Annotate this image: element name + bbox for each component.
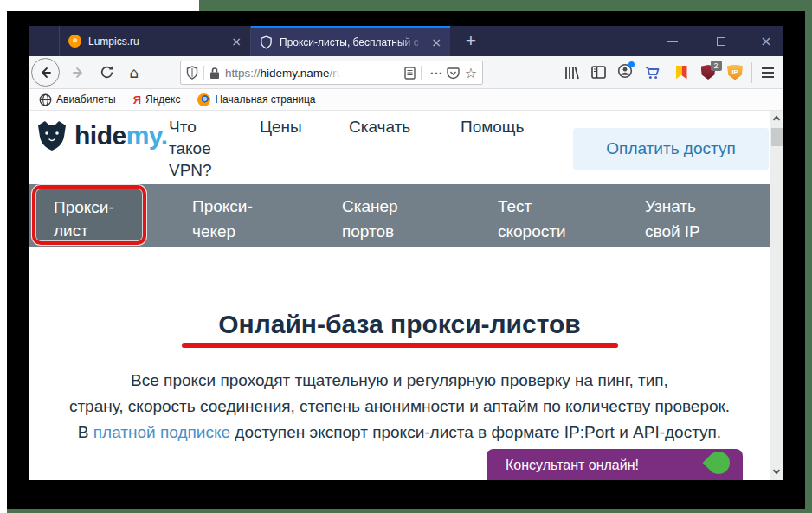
topnav-prices[interactable]: Цены — [260, 116, 302, 138]
paragraph-line: страну, скорость соединения, степень ано… — [29, 394, 770, 420]
minimize-button[interactable] — [654, 26, 692, 56]
minimize-icon — [667, 41, 678, 42]
bookmark-label: Авиабилеты — [56, 93, 116, 106]
lumpics-favicon-icon — [68, 35, 81, 48]
window-frame: Lumpics.ru × Прокси-листы, бесплатный с … — [7, 11, 805, 509]
maximize-button[interactable] — [702, 26, 740, 56]
ip-shield-icon: IP — [727, 65, 743, 80]
ip-extension-button[interactable]: IP — [724, 56, 746, 88]
leaf-icon — [703, 447, 735, 479]
hidemy-fox-icon — [35, 120, 69, 151]
scrollbar-thumb[interactable] — [771, 128, 783, 146]
close-window-button[interactable]: × — [747, 26, 783, 56]
tab-bar: Lumpics.ru × Прокси-листы, бесплатный с … — [29, 26, 783, 56]
new-tab-button[interactable]: + — [459, 29, 483, 53]
menu-button[interactable] — [757, 56, 779, 88]
ribbon-flag-icon — [676, 66, 687, 80]
notification-dot — [628, 61, 635, 67]
pocket-icon[interactable] — [447, 67, 460, 80]
page-margin-topleft — [0, 0, 199, 11]
tab-lumpics[interactable]: Lumpics.ru × — [59, 26, 251, 56]
scroll-down-button[interactable] — [770, 465, 783, 478]
sidebar-icon — [591, 66, 606, 79]
toolbar-separator — [751, 62, 752, 83]
chevron-down-icon — [773, 467, 780, 474]
hidemy-logo[interactable]: hidemy. — [35, 120, 168, 151]
reload-icon — [100, 65, 114, 80]
topnav-what-is-vpn[interactable]: Что такое VPN? — [169, 116, 240, 181]
chat-widget[interactable]: Консультант онлайн! — [487, 449, 743, 480]
close-tab-icon[interactable]: × — [429, 35, 443, 49]
sidebar-button[interactable] — [587, 56, 609, 88]
navigation-toolbar: ⌂ https://hidemy.name/ru ··· ☆ — [29, 56, 783, 89]
paragraph-line: Все прокси проходят тщательную и регуляр… — [29, 368, 770, 394]
paragraph-line: В платной подписке доступен экспорт прок… — [29, 420, 770, 446]
close-tab-icon[interactable]: × — [229, 35, 243, 48]
reader-mode-icon[interactable] — [404, 67, 416, 80]
url-path: /ru — [330, 67, 344, 80]
url-text[interactable]: https://hidemy.name/ru — [225, 67, 404, 80]
nav-proxy-list-active-highlighted[interactable]: Прокси- лист — [32, 185, 146, 245]
hidemy-site: hidemy. Что такое VPN? Цены Скачать Помо… — [29, 111, 770, 480]
bookmark-label: Начальная страница — [215, 93, 315, 106]
paid-subscription-link[interactable]: платной подписке — [93, 423, 230, 441]
back-button[interactable] — [31, 58, 60, 87]
pay-access-button[interactable]: Оплатить доступ — [573, 128, 769, 170]
bookmark-start-page[interactable]: Начальная страница — [197, 93, 315, 106]
intro-paragraph: Все прокси проходят тщательную и регуляр… — [29, 368, 770, 446]
back-arrow-icon — [38, 65, 54, 80]
scroll-up-button[interactable] — [770, 112, 783, 125]
cart-extension-button[interactable] — [641, 56, 664, 88]
nav-proxy-checker[interactable]: Прокси- чекер — [192, 194, 253, 244]
url-domain: hidemy.name — [261, 67, 330, 80]
tab-title: Прокси-листы, бесплатный с — [280, 36, 429, 48]
tracking-protection-shield-icon[interactable] — [186, 66, 198, 80]
page-scrollbar[interactable] — [770, 111, 783, 480]
bookmarks-bar: Авиабилеты Я Яндекс Начальная страница — [29, 89, 783, 111]
yandex-icon: Я — [133, 93, 141, 106]
firefox-icon — [197, 93, 210, 106]
url-bar[interactable]: https://hidemy.name/ru ··· ☆ — [180, 61, 483, 85]
adblock-extension-button[interactable]: 2 — [697, 56, 719, 88]
site-header: hidemy. Что такое VPN? Цены Скачать Помо… — [29, 111, 770, 184]
nav-speed-test[interactable]: Тест скорости — [498, 194, 566, 244]
globe-icon — [39, 93, 52, 106]
page-title: Онлайн-база прокси-листов — [29, 247, 770, 339]
close-icon: × — [760, 33, 771, 49]
chat-label: Консультант онлайн! — [506, 458, 639, 472]
home-icon: ⌂ — [130, 64, 139, 81]
chevron-up-icon — [773, 116, 780, 123]
nav-my-ip[interactable]: Узнать свой IP — [645, 194, 700, 244]
maximize-icon — [717, 37, 725, 46]
bookmark-star-icon[interactable]: ☆ — [465, 65, 477, 81]
tab-title: Lumpics.ru — [88, 35, 229, 48]
logo-text: hidemy. — [74, 121, 168, 151]
nav-item-label: Прокси- лист — [35, 189, 143, 242]
library-button[interactable] — [560, 56, 583, 88]
urlbar-separator — [203, 66, 204, 80]
library-icon — [564, 66, 579, 80]
urlbar-separator — [421, 66, 422, 80]
shopping-cart-icon — [645, 65, 661, 80]
lock-icon[interactable] — [209, 67, 220, 80]
nav-port-scanner[interactable]: Сканер портов — [342, 194, 398, 244]
topnav-download[interactable]: Скачать — [349, 116, 410, 138]
bookmark-label: Яндекс — [145, 93, 180, 106]
topnav-help[interactable]: Помощь — [461, 116, 524, 138]
reload-button[interactable] — [95, 56, 118, 88]
account-button[interactable] — [614, 56, 636, 88]
bookmark-yandex[interactable]: Я Яндекс — [133, 93, 181, 106]
main-content: Онлайн-база прокси-листов Все прокси про… — [29, 247, 770, 480]
forward-button[interactable] — [67, 56, 89, 88]
hamburger-icon — [762, 67, 774, 69]
home-button[interactable]: ⌂ — [123, 56, 145, 88]
firefox-window: Lumpics.ru × Прокси-листы, бесплатный с … — [29, 26, 783, 480]
bookmark-aviabilety[interactable]: Авиабилеты — [39, 93, 116, 106]
page-actions-icon[interactable]: ··· — [430, 66, 443, 80]
bookmarks-extension-button[interactable] — [670, 56, 693, 88]
extension-badge: 2 — [711, 61, 722, 71]
tab-proxy-lists-active[interactable]: Прокси-листы, бесплатный с × — [251, 26, 450, 56]
page-viewport: hidemy. Что такое VPN? Цены Скачать Помо… — [29, 111, 783, 480]
red-underline-annotation — [182, 343, 618, 348]
services-nav: Прокси- лист Прокси- чекер Сканер портов — [29, 184, 770, 247]
